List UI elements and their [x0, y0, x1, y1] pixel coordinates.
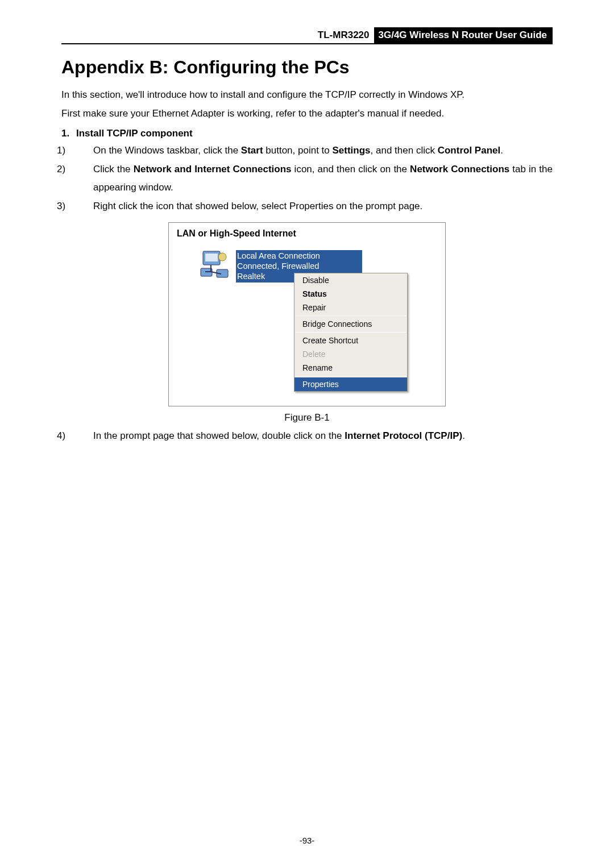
menu-rename[interactable]: Rename	[294, 361, 407, 375]
menu-status[interactable]: Status	[294, 287, 407, 301]
group-header: LAN or High-Speed Internet	[169, 229, 445, 244]
step-number: 2)	[75, 160, 90, 178]
model-label: TL-MR3220	[314, 27, 374, 43]
connection-name: Local Area Connection	[237, 251, 360, 261]
context-menu: Disable Status Repair Bridge Connections…	[294, 273, 408, 392]
step-number: 3)	[75, 197, 90, 215]
page-number: -93-	[0, 836, 614, 845]
svg-rect-1	[205, 254, 218, 261]
intro-paragraph-1: In this section, we'll introduce how to …	[61, 87, 553, 103]
appendix-title: Appendix B: Configuring the PCs	[61, 57, 553, 78]
menu-repair[interactable]: Repair	[294, 301, 407, 314]
step-number: 4)	[75, 427, 90, 445]
guide-title: 3G/4G Wireless N Router User Guide	[374, 27, 553, 43]
step-4: 4)In the prompt page that showed below, …	[61, 427, 553, 445]
figure-b1: LAN or High-Speed Internet Local Area Co…	[168, 222, 446, 406]
step-number: 1)	[75, 142, 90, 159]
step-text: On the Windows taskbar, click the Start …	[93, 145, 503, 156]
menu-disable[interactable]: Disable	[294, 273, 407, 287]
page-header: TL-MR3220 3G/4G Wireless N Router User G…	[61, 27, 553, 44]
connection-state: Connected, Firewalled	[237, 261, 360, 271]
step-text: Right click the icon that showed below, …	[93, 201, 422, 211]
svg-point-4	[218, 253, 226, 261]
menu-separator	[296, 315, 406, 316]
step-text: Click the Network and Internet Connectio…	[93, 164, 553, 192]
menu-bridge[interactable]: Bridge Connections	[294, 317, 407, 331]
menu-create-shortcut[interactable]: Create Shortcut	[294, 334, 407, 347]
figure-caption: Figure B-1	[61, 412, 553, 423]
step-2: 2)Click the Network and Internet Connect…	[61, 160, 553, 196]
step-3: 3)Right click the icon that showed below…	[61, 197, 553, 215]
section-heading: 1.Install TCP/IP component	[61, 128, 553, 139]
network-adapter-icon	[200, 249, 233, 282]
menu-separator	[296, 332, 406, 333]
section-number: 1.	[61, 128, 72, 139]
menu-separator	[296, 376, 406, 376]
step-1: 1)On the Windows taskbar, click the Star…	[61, 142, 553, 159]
menu-delete: Delete	[294, 347, 407, 361]
step-text: In the prompt page that showed below, do…	[93, 430, 465, 441]
intro-paragraph-2: First make sure your Ethernet Adapter is…	[61, 106, 553, 122]
menu-properties[interactable]: Properties	[294, 377, 407, 391]
section-title: Install TCP/IP component	[76, 128, 193, 139]
adapter-name: Realtek	[237, 271, 267, 281]
